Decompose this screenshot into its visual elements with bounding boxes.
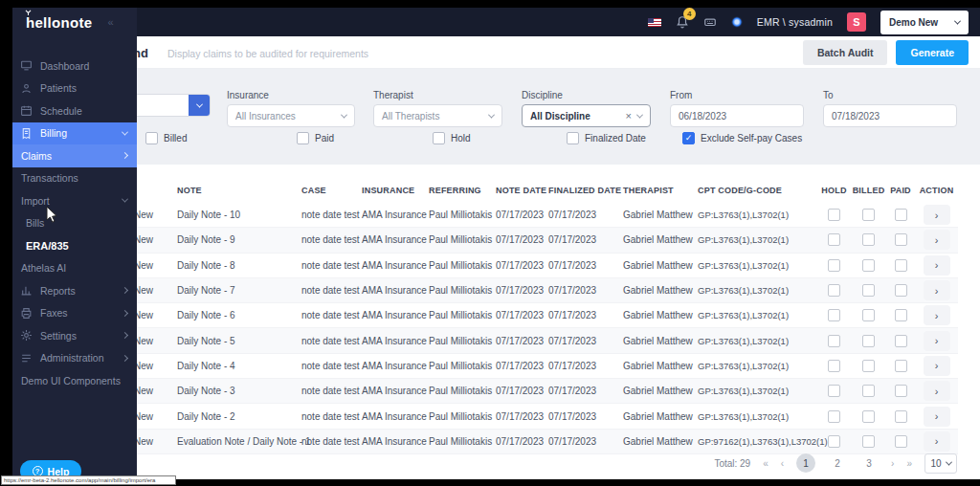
page-size-select[interactable]: 10 [924, 453, 957, 474]
page-button-1[interactable]: 1 [796, 453, 815, 473]
billed-checkbox[interactable] [862, 385, 875, 397]
table-row[interactable]: Demo NewDaily Note - 5note date testAMA … [94, 328, 958, 353]
sidebar-item-administration[interactable]: Administration [12, 347, 137, 370]
hold-checkbox[interactable] [828, 309, 840, 321]
checkbox-icon[interactable] [145, 132, 158, 144]
billed-checkbox[interactable] [862, 259, 875, 272]
paid-checkbox[interactable] [895, 360, 907, 372]
sidebar-item-transactions[interactable]: Transactions [12, 167, 137, 190]
last-page-icon[interactable]: » [906, 458, 912, 469]
paid-checkbox[interactable] [895, 335, 907, 347]
paid-checkbox[interactable] [895, 309, 907, 321]
avatar[interactable]: S [847, 12, 866, 32]
checkbox-icon[interactable] [567, 132, 579, 144]
paid-checkbox[interactable] [895, 259, 907, 272]
paid-checkbox[interactable] [895, 435, 907, 448]
row-action-button[interactable]: › [924, 381, 950, 401]
sidebar-item-settings[interactable]: Settings [12, 324, 137, 347]
billed-checkbox[interactable] [862, 360, 875, 372]
sidebar-item-faxes[interactable]: Faxes [12, 302, 137, 325]
beacon-icon[interactable] [731, 16, 743, 28]
sidebar-item-era-835[interactable]: ERA/835 [12, 234, 137, 257]
hold-checkbox[interactable] [828, 233, 840, 246]
from-date-input[interactable]: 06/18/2023 [670, 104, 804, 127]
row-action-button[interactable]: › [924, 205, 950, 225]
billed-checkbox[interactable] [862, 335, 875, 347]
batch-audit-button[interactable]: Batch Audit [803, 40, 888, 65]
hold-checkbox[interactable] [828, 259, 840, 272]
checkbox-paid[interactable]: Paid [297, 132, 334, 144]
billed-checkbox[interactable] [862, 209, 875, 221]
prev-page-icon[interactable]: ‹ [781, 458, 784, 469]
sidebar-item-athelas-ai[interactable]: Athelas AI [12, 257, 137, 280]
checkbox-finalized-date[interactable]: Finalized Date [567, 132, 646, 144]
page-button-3[interactable]: 3 [859, 453, 879, 473]
sidebar-item-schedule[interactable]: Schedule [12, 99, 137, 122]
row-action-button[interactable]: › [924, 255, 950, 276]
billed-checkbox[interactable] [862, 410, 875, 423]
table-row[interactable]: Demo NewDaily Note - 9note date testAMA … [94, 228, 958, 253]
row-action-button[interactable]: › [924, 431, 950, 452]
sidebar-item-import[interactable]: Import [12, 189, 137, 212]
sidebar-item-patients[interactable]: Patients [12, 77, 137, 100]
next-page-icon[interactable]: › [891, 458, 894, 469]
paid-checkbox[interactable] [895, 284, 907, 297]
checkbox-exclude-self-pay-cases[interactable]: ✓Exclude Self-pay Cases [682, 132, 802, 144]
therapist-filter-select[interactable]: All Therapists [373, 104, 502, 127]
table-row[interactable]: Demo NewDaily Note - 8note date testAMA … [94, 254, 958, 278]
insurance-filter-select[interactable]: All Insurances [227, 104, 355, 127]
hold-checkbox[interactable] [828, 335, 840, 347]
page-button-2[interactable]: 2 [828, 453, 847, 473]
hold-checkbox[interactable] [828, 410, 840, 423]
checkbox-icon[interactable] [297, 132, 309, 144]
sidebar-item-billing[interactable]: Billing [12, 122, 137, 145]
hold-checkbox[interactable] [828, 435, 840, 448]
paid-checkbox[interactable] [895, 233, 907, 246]
sidebar-collapse-icon[interactable]: « [107, 16, 113, 28]
table-row[interactable]: Demo NewDaily Note - 7note date testAMA … [94, 278, 958, 303]
billed-checkbox[interactable] [862, 233, 875, 246]
table-row[interactable]: Demo NewDaily Note - 10note date testAMA… [94, 203, 958, 228]
hold-checkbox[interactable] [828, 284, 840, 297]
billed-checkbox[interactable] [862, 284, 875, 297]
row-action-button[interactable]: › [924, 356, 950, 376]
row-action-button[interactable]: › [924, 305, 950, 325]
language-flag-icon[interactable] [648, 18, 661, 27]
hold-checkbox[interactable] [828, 209, 840, 221]
sidebar-item-demo-ui-components[interactable]: Demo UI Components [12, 369, 137, 392]
cell-billed [851, 309, 886, 321]
discipline-filter-select[interactable]: All Discipline × [522, 104, 651, 127]
clear-icon[interactable]: × [626, 110, 632, 122]
row-action-button[interactable]: › [924, 230, 950, 250]
table-row[interactable]: Demo NewDaily Note - 4note date testAMA … [94, 354, 958, 379]
billed-checkbox[interactable] [862, 309, 875, 321]
paid-checkbox[interactable] [895, 410, 907, 423]
billed-checkbox[interactable] [862, 435, 875, 448]
notifications-bell-icon[interactable]: 4 [676, 15, 689, 29]
checkbox-checked-icon[interactable]: ✓ [682, 132, 695, 144]
clinic-selector[interactable]: Demo New [880, 11, 969, 34]
row-action-button[interactable]: › [924, 280, 950, 300]
sidebar-item-reports[interactable]: Reports [12, 279, 137, 302]
sidebar-item-bills[interactable]: Bills [12, 212, 137, 235]
hold-checkbox[interactable] [828, 385, 840, 397]
table-row[interactable]: Demo NewDaily Note - 3note date testAMA … [94, 379, 958, 404]
row-action-button[interactable]: › [924, 331, 950, 351]
hold-checkbox[interactable] [828, 360, 840, 372]
paid-checkbox[interactable] [895, 385, 907, 397]
checkbox-billed[interactable]: Billed [145, 132, 187, 144]
row-action-button[interactable]: › [924, 407, 950, 427]
keyboard-icon[interactable] [703, 15, 717, 29]
patient-filter-dropdown-button[interactable] [189, 94, 210, 117]
table-row[interactable]: Demo NewDaily Note - 2note date testAMA … [94, 404, 958, 429]
paid-checkbox[interactable] [895, 209, 907, 221]
generate-button[interactable]: Generate [896, 40, 969, 65]
sidebar-item-claims[interactable]: Claims [12, 144, 137, 167]
checkbox-icon[interactable] [433, 132, 445, 144]
sidebar-item-dashboard[interactable]: Dashboard [12, 55, 137, 77]
first-page-icon[interactable]: « [763, 458, 768, 469]
to-date-input[interactable]: 07/18/2023 [823, 104, 957, 127]
checkbox-hold[interactable]: Hold [433, 132, 471, 144]
table-row[interactable]: Demo NewDaily Note - 6note date testAMA … [94, 303, 958, 328]
chevron-right-icon [122, 152, 128, 159]
